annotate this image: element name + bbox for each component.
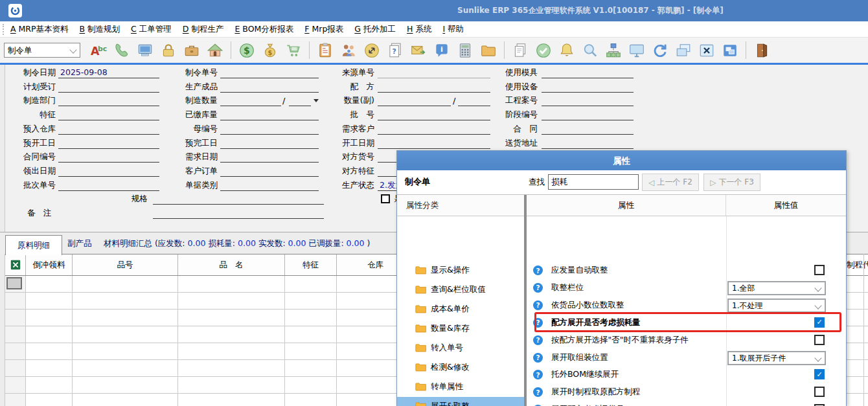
search-input[interactable] [548,174,639,190]
table-cell[interactable] [285,293,337,309]
table-cell[interactable] [73,360,178,376]
help-circle-icon[interactable]: ? [533,318,543,328]
excel-icon[interactable] [5,254,26,275]
table-cell[interactable] [178,360,285,376]
field-input-客户订单[interactable] [220,165,319,177]
computer-icon[interactable] [137,42,154,59]
property-checkbox[interactable] [814,265,825,275]
field-input-送货地址[interactable] [542,137,634,149]
table-cell[interactable] [178,293,285,309]
category-item-数量&库存[interactable]: 数量&库存 [397,319,524,337]
table-cell[interactable] [26,343,73,359]
row-selector[interactable] [5,394,26,406]
field-input-已缴库量[interactable] [220,109,319,120]
menu-item-f[interactable]: F Mrp报表 [304,24,343,34]
monitor-icon[interactable] [628,42,645,59]
field-input-制造数量-2[interactable] [289,95,311,106]
copy-icon[interactable] [512,42,529,59]
menu-item-c[interactable]: C 工单管理 [131,24,172,34]
field-input-批次单号[interactable] [58,179,159,191]
mail-icon[interactable] [410,42,427,59]
category-item-转入单号[interactable]: 转入单号 [397,339,524,357]
combo-arrow-icon[interactable] [314,99,319,105]
table-cell[interactable] [178,377,285,393]
table-cell[interactable] [73,310,178,326]
people-icon[interactable] [340,42,357,59]
status-checkbox[interactable] [381,194,390,203]
property-select[interactable]: 1.不处理 [727,299,826,313]
help-circle-icon[interactable]: ? [533,370,543,379]
table-cell[interactable] [26,326,73,343]
table-cell[interactable] [178,310,285,326]
field-input-计划受订[interactable] [58,81,159,93]
table-cell[interactable] [26,377,73,393]
table-cell[interactable] [26,293,73,309]
cascade-icon[interactable] [675,42,692,59]
field-input-母编号[interactable] [220,123,319,135]
tab-byproduct[interactable]: 副产品 [67,238,92,249]
field-input-制造部门[interactable] [58,95,159,106]
field-input-制造数量[interactable] [220,95,281,106]
column-header-特征[interactable]: 特征 [285,254,337,275]
menu-item-e[interactable]: E BOM分析报表 [234,24,293,34]
cart-icon[interactable] [285,42,302,59]
field-input-规格[interactable] [153,193,324,205]
table-cell[interactable] [73,326,178,343]
menu-item-i[interactable]: I 帮助 [442,24,464,34]
info-icon[interactable]: i [433,42,450,59]
table-cell[interactable] [285,377,337,393]
row-selector[interactable] [5,293,26,309]
table-cell[interactable] [178,326,285,343]
table-cell[interactable] [285,326,337,343]
field-input-合 同[interactable] [542,123,634,135]
briefcase-icon[interactable] [183,42,200,59]
approve-icon[interactable] [535,42,552,59]
phone-icon[interactable] [113,42,130,59]
field-input-工程案号[interactable] [542,95,634,106]
row-selector[interactable] [5,360,26,376]
abc-icon[interactable]: Abc [90,42,107,59]
folder-icon[interactable] [480,42,497,59]
table-cell[interactable] [73,293,178,309]
table-cell[interactable] [73,394,178,406]
category-item-显示&操作[interactable]: 显示&操作 [397,261,524,279]
menu-item-b[interactable]: B 制造规划 [80,24,120,34]
table-cell[interactable] [73,377,178,393]
table-cell[interactable] [285,343,337,359]
table-cell[interactable] [285,360,337,376]
category-item-查询&栏位取值[interactable]: 查询&栏位取值 [397,280,524,299]
search-icon[interactable] [582,42,599,59]
help-circle-icon[interactable]: ? [533,353,543,363]
menu-item-g[interactable]: G 托外加工 [354,24,396,34]
field-input-制令单号[interactable] [220,67,319,78]
moneybag-icon[interactable]: $ [262,42,279,59]
table-cell[interactable] [26,394,73,406]
row-selector[interactable] [5,326,26,343]
table-cell[interactable] [285,394,337,406]
help-circle-icon[interactable]: ? [533,265,543,275]
field-input-预开工日[interactable] [58,137,159,149]
table-cell[interactable] [26,360,73,376]
help-circle-icon[interactable]: ? [533,300,543,310]
bell-icon[interactable] [558,42,575,59]
field-input-需求客户[interactable] [378,123,490,135]
field-input-阶段编号[interactable] [542,109,634,120]
property-select[interactable]: 1.取展开后子件 [727,351,826,365]
field-input-单据类别[interactable] [220,179,319,191]
field-input-备 注[interactable] [153,207,324,219]
property-select[interactable]: 1.全部 [727,281,826,295]
table-cell[interactable] [73,276,178,292]
help-circle-icon[interactable]: ? [533,335,543,345]
category-item-成本&单价[interactable]: 成本&单价 [397,300,524,318]
table-cell[interactable] [26,310,73,326]
table-cell[interactable] [178,276,285,292]
table-cell[interactable] [285,310,337,326]
table-cell[interactable] [178,343,285,359]
field-input-使用设备[interactable] [542,81,634,93]
field-input-制令日期[interactable]: 2025-09-08 [58,67,159,78]
column-header-倒冲领料[interactable]: 倒冲领料 [26,254,73,275]
category-item-展开&取整[interactable]: 展开&取整 [397,397,524,406]
menu-item-a[interactable]: A MRP基本资料 [10,24,69,34]
home-icon[interactable] [207,42,223,59]
field-input-批 号[interactable] [378,109,490,120]
